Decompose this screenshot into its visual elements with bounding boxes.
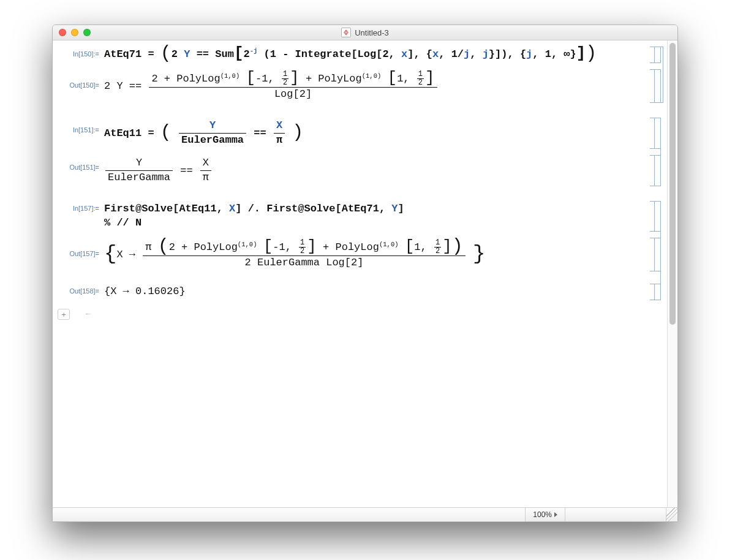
scrollbar-thumb[interactable]: [669, 43, 676, 325]
zoom-icon[interactable]: [83, 29, 91, 36]
cell-bracket-inner[interactable]: [650, 201, 655, 232]
cell-out-158[interactable]: Out[158]= {X → 0.16026}: [56, 282, 663, 301]
cell-input[interactable]: AtEq11 = ( YEulerGamma == Xπ ): [103, 116, 647, 150]
cell-bracket-inner[interactable]: [650, 238, 655, 271]
cell-output: {X → 0.16026}: [103, 282, 647, 301]
content-area: In[150]:= AtEq71 = (2 Y == Sum[2-j (1 - …: [53, 40, 677, 507]
cell-input[interactable]: AtEq71 = (2 Y == Sum[2-j (1 - Integrate[…: [103, 45, 647, 64]
cell-output: YEulerGamma == Xπ: [103, 154, 647, 187]
cell-label: Out[157]=: [56, 236, 103, 273]
group-bracket[interactable]: [655, 118, 661, 186]
cell-out-157[interactable]: Out[157]= {X → π (2 + PolyLog(1,0) [-1, …: [56, 236, 663, 273]
cell-output: 2 Y == 2 + PolyLog(1,0) [-1, 12] + PolyL…: [103, 68, 647, 104]
cell-bracket-inner[interactable]: [650, 155, 655, 186]
cell-bracket-inner[interactable]: [650, 118, 655, 149]
resize-grip-icon[interactable]: [666, 508, 677, 521]
status-spacer: [565, 508, 666, 521]
cell-label: In[151]:=: [56, 116, 103, 150]
statusbar: 100%: [53, 507, 677, 521]
cell-bracket-inner[interactable]: [650, 69, 655, 103]
cell-in-150[interactable]: In[150]:= AtEq71 = (2 Y == Sum[2-j (1 - …: [56, 45, 663, 64]
cell-bracket-inner[interactable]: [650, 284, 655, 300]
cell-out-150[interactable]: Out[150]= 2 Y == 2 + PolyLog(1,0) [-1, 1…: [56, 68, 663, 104]
window-title-text: Untitled-3: [355, 28, 389, 37]
titlebar[interactable]: Untitled-3: [53, 25, 677, 40]
add-cell-button[interactable]: +: [58, 309, 70, 320]
cell-label: In[150]:=: [56, 45, 103, 64]
group-bracket[interactable]: [655, 201, 661, 300]
cell-label: Out[158]=: [56, 282, 103, 301]
insertion-line[interactable]: [86, 314, 123, 314]
cell-bracket-inner[interactable]: [650, 47, 655, 63]
cell-in-151[interactable]: In[151]:= AtEq11 = ( YEulerGamma == Xπ ): [56, 116, 663, 150]
cell-label: In[157]:=: [56, 200, 103, 233]
zoom-value: 100%: [533, 510, 552, 519]
cell-output: {X → π (2 + PolyLog(1,0) [-1, 12] + Poly…: [103, 236, 647, 273]
cell-out-151[interactable]: Out[151]= YEulerGamma == Xπ: [56, 154, 663, 187]
app-window: Untitled-3 In[150]:= AtEq71 = (2 Y == Su…: [52, 25, 678, 522]
zoom-control[interactable]: 100%: [525, 508, 565, 521]
vertical-scrollbar[interactable]: [667, 40, 677, 507]
traffic-lights: [59, 29, 91, 36]
notebook[interactable]: In[150]:= AtEq71 = (2 Y == Sum[2-j (1 - …: [53, 40, 667, 507]
cell-in-157[interactable]: In[157]:= First@Solve[AtEq11, X] /. Firs…: [56, 200, 663, 233]
group-bracket[interactable]: [657, 47, 663, 103]
close-icon[interactable]: [59, 29, 66, 36]
window-title: Untitled-3: [53, 28, 677, 37]
chevron-right-icon: [554, 512, 557, 517]
cell-label: Out[150]=: [56, 68, 103, 104]
cell-input[interactable]: First@Solve[AtEq11, X] /. First@Solve[At…: [103, 200, 647, 233]
minimize-icon[interactable]: [71, 29, 78, 36]
notebook-doc-icon: [341, 28, 351, 37]
cell-label: Out[151]=: [56, 154, 103, 187]
